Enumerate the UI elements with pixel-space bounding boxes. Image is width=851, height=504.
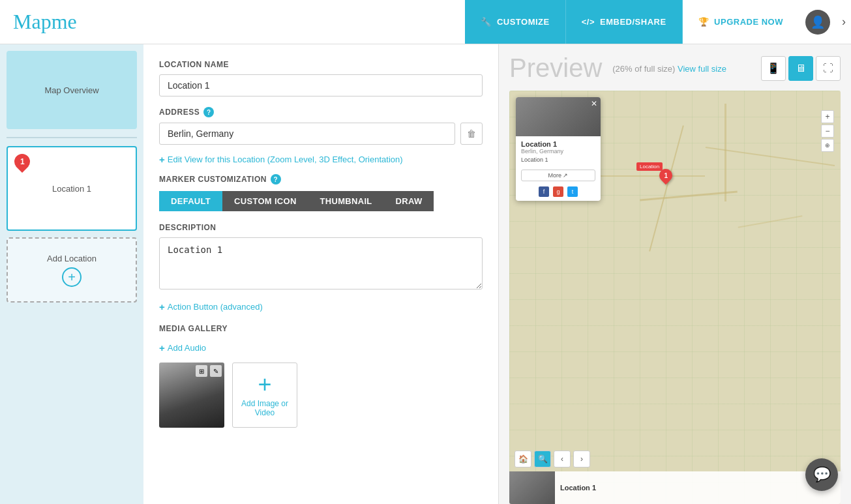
- marker-btn-default[interactable]: DEFAULT: [159, 191, 222, 211]
- address-help-icon[interactable]: ?: [203, 107, 214, 117]
- description-label: DESCRIPTION: [159, 223, 483, 232]
- map-toolbar: 🏠 🔍 ‹ ›: [509, 448, 595, 470]
- header: Mapme 🔧 CUSTOMIZE </> EMBED/SHARE 🏆 UPGR…: [0, 0, 851, 44]
- preview-view-buttons: 📱 🖥 ⛶: [761, 56, 841, 81]
- popup-more-button[interactable]: More ↗: [521, 170, 595, 181]
- embed-share-button[interactable]: </> EMBED/SHARE: [566, 0, 683, 44]
- marker-help-icon[interactable]: ?: [271, 174, 281, 185]
- popup-description: Location 1: [521, 156, 595, 163]
- media-gallery-label: MEDIA GALLERY: [159, 324, 483, 333]
- plus-icon-3: +: [159, 342, 165, 353]
- code-icon: </>: [582, 17, 595, 27]
- sidebar: Map Overview 1 Location 1 Add Location +: [0, 44, 143, 504]
- add-media-plus-icon: +: [258, 373, 271, 396]
- road-6: [738, 215, 803, 228]
- location-name-input[interactable]: [159, 74, 483, 96]
- app-logo: Mapme: [13, 10, 77, 33]
- marker-btn-thumbnail[interactable]: THUMBNAIL: [308, 191, 384, 211]
- home-tool-button[interactable]: 🏠: [515, 451, 531, 467]
- map-preview: ✕ Location 1 Berlin, Germany Location 1 …: [509, 91, 841, 504]
- edit-view-link[interactable]: + Edit View for this Location (Zoom Leve…: [159, 154, 403, 165]
- map-popup-image: ✕: [516, 97, 601, 136]
- pin-shape: 1: [657, 166, 675, 185]
- marker-buttons-group: DEFAULT CUSTOM ICON THUMBNAIL DRAW: [159, 191, 483, 211]
- map-popup: ✕ Location 1 Berlin, Germany Location 1 …: [516, 97, 601, 201]
- preview-subtitle: (26% of full size) View full size: [612, 64, 726, 74]
- popup-title: Location 1: [521, 140, 595, 148]
- address-label: ADDRESS ?: [159, 107, 483, 117]
- next-nav-button[interactable]: ›: [573, 451, 590, 467]
- media-thumbnail-1[interactable]: ⊞ ✎: [159, 363, 224, 428]
- location-badge-number: 1: [20, 157, 25, 166]
- plus-icon: +: [159, 154, 165, 165]
- popup-close-icon[interactable]: ✕: [591, 99, 597, 108]
- map-bottom-bar: Location 1: [509, 471, 841, 504]
- chat-button[interactable]: 💬: [805, 458, 838, 491]
- marker-btn-custom-icon[interactable]: CUSTOM ICON: [222, 191, 308, 211]
- pin-number: 1: [664, 172, 668, 179]
- add-location-icon: +: [62, 267, 82, 287]
- facebook-icon[interactable]: f: [539, 186, 549, 197]
- location-badge: 1: [11, 151, 33, 173]
- mobile-view-button[interactable]: 📱: [761, 56, 786, 81]
- preview-subtitle-area: (26% of full size) View full size: [612, 63, 726, 74]
- location1-label: Location 1: [52, 184, 91, 194]
- preview-title: Preview: [509, 53, 602, 83]
- preview-header: Preview (26% of full size) View full siz…: [509, 53, 841, 83]
- map-pin[interactable]: 1: [659, 169, 672, 182]
- prev-nav-button[interactable]: ‹: [554, 451, 571, 467]
- add-media-label: Add Image orVideo: [241, 399, 288, 417]
- sidebar-item-location1[interactable]: 1 Location 1: [7, 146, 137, 231]
- search-tool-button[interactable]: 🔍: [534, 451, 551, 467]
- upgrade-button[interactable]: 🏆 UPGRADE NOW: [683, 0, 799, 44]
- address-row: 🗑: [159, 123, 483, 145]
- map-type-button[interactable]: ⊕: [821, 139, 834, 152]
- header-arrow-icon[interactable]: ›: [837, 15, 851, 29]
- road-4: [724, 104, 726, 201]
- expand-view-button[interactable]: ⛶: [816, 56, 841, 81]
- sidebar-item-map-overview[interactable]: Map Overview: [7, 51, 137, 129]
- zoom-out-button[interactable]: −: [821, 125, 834, 138]
- popup-address: Berlin, Germany: [521, 148, 595, 155]
- media-edit-icon[interactable]: ✎: [210, 365, 222, 377]
- map-canvas: ✕ Location 1 Berlin, Germany Location 1 …: [509, 91, 841, 504]
- media-expand-icon[interactable]: ⊞: [196, 365, 207, 377]
- expand-icon: ⛶: [823, 63, 833, 74]
- desktop-icon: 🖥: [796, 63, 806, 74]
- mobile-icon: 📱: [767, 62, 780, 74]
- header-buttons: 🔧 CUSTOMIZE </> EMBED/SHARE 🏆 UPGRADE NO…: [465, 0, 851, 44]
- map-bottom-thumbnail: [509, 471, 555, 504]
- description-textarea[interactable]: Location 1: [159, 237, 483, 289]
- marker-btn-draw[interactable]: DRAW: [384, 191, 434, 211]
- twitter-icon[interactable]: t: [567, 186, 578, 197]
- media-thumb-icons: ⊞ ✎: [196, 365, 222, 377]
- preview-panel: Preview (26% of full size) View full siz…: [499, 44, 851, 504]
- edit-panel: LOCATION NAME ADDRESS ? 🗑 + Edit View fo…: [143, 44, 499, 504]
- google-icon[interactable]: g: [553, 186, 563, 197]
- add-audio-link[interactable]: + Add Audio: [159, 342, 206, 353]
- location-name-label: LOCATION NAME: [159, 60, 483, 69]
- embed-label: EMBED/SHARE: [600, 17, 666, 27]
- view-full-size-link[interactable]: View full size: [678, 64, 726, 74]
- add-location-label: Add Location: [47, 254, 97, 263]
- media-gallery-section: MEDIA GALLERY + Add Audio ⊞ ✎ + Add Imag…: [159, 324, 483, 428]
- avatar[interactable]: 👤: [805, 10, 830, 35]
- logo-area: Mapme: [0, 10, 465, 34]
- zoom-in-button[interactable]: +: [821, 110, 834, 123]
- popup-social-icons: f g t: [516, 184, 601, 201]
- road-1: [649, 125, 684, 252]
- map-bottom-label: Location 1: [555, 484, 601, 492]
- road-3: [640, 190, 738, 201]
- add-media-button[interactable]: + Add Image orVideo: [232, 363, 297, 428]
- address-input[interactable]: [159, 123, 455, 145]
- delete-address-button[interactable]: 🗑: [460, 123, 483, 145]
- media-gallery-row: ⊞ ✎ + Add Image orVideo: [159, 363, 483, 428]
- main-layout: Map Overview 1 Location 1 Add Location +…: [0, 44, 851, 504]
- customize-button[interactable]: 🔧 CUSTOMIZE: [465, 0, 565, 44]
- add-location-card[interactable]: Add Location +: [7, 237, 137, 303]
- trophy-icon: 🏆: [698, 17, 709, 27]
- marker-customization-label: MARKER CUSTOMIZATION ?: [159, 174, 483, 185]
- action-button-link[interactable]: + Action Button (advanced): [159, 301, 263, 312]
- desktop-view-button[interactable]: 🖥: [788, 56, 813, 81]
- map-controls: + − ⊕: [821, 110, 834, 152]
